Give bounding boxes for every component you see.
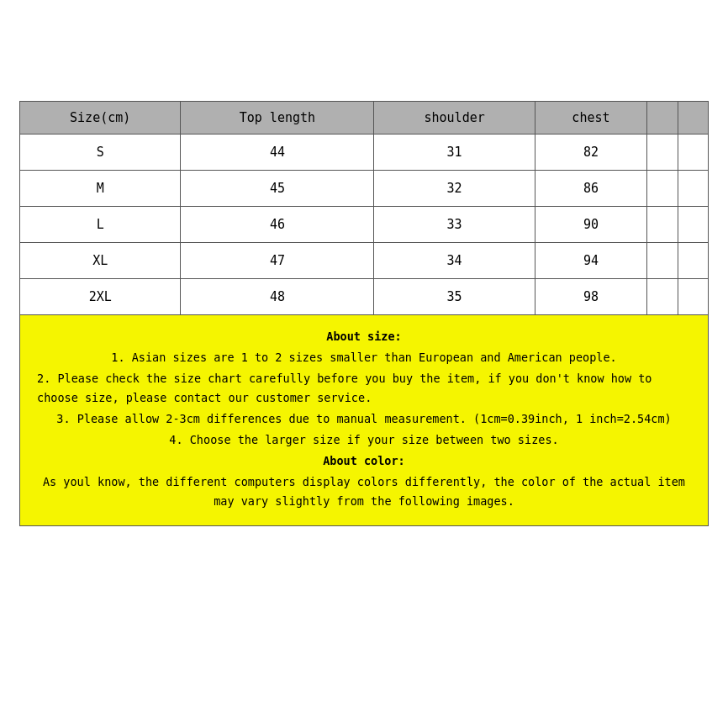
notes-line1: 1. Asian sizes are 1 to 2 sizes smaller … (37, 348, 691, 367)
table-cell: 82 (535, 135, 646, 171)
about-color-title: About color: (37, 451, 691, 471)
table-cell: L (20, 207, 181, 243)
table-cell (647, 135, 678, 171)
table-cell (678, 243, 708, 279)
header-col5 (647, 102, 678, 135)
table-row: M453286 (20, 171, 709, 207)
notes-line5: As youl know, the different computers di… (37, 472, 691, 511)
table-cell: 98 (535, 279, 646, 315)
header-top-length: Top length (181, 102, 374, 135)
table-cell: 2XL (20, 279, 181, 315)
table-header-row: Size(cm) Top length shoulder chest (20, 102, 709, 135)
table-row: L463390 (20, 207, 709, 243)
table-cell: 86 (535, 171, 646, 207)
table-cell: 90 (535, 207, 646, 243)
header-shoulder: shoulder (374, 102, 535, 135)
table-cell (647, 279, 678, 315)
header-col6 (678, 102, 708, 135)
table-cell (678, 279, 708, 315)
size-table: Size(cm) Top length shoulder chest S4431… (19, 101, 709, 315)
table-cell: 31 (374, 135, 535, 171)
table-row: XL473494 (20, 243, 709, 279)
table-cell: 44 (181, 135, 374, 171)
size-chart-container: Size(cm) Top length shoulder chest S4431… (19, 101, 709, 315)
table-cell (678, 171, 708, 207)
notes-line4: 4. Choose the larger size if your size b… (37, 430, 691, 450)
table-row: 2XL483598 (20, 279, 709, 315)
table-cell: 33 (374, 207, 535, 243)
notes-line3: 3. Please allow 2-3cm differences due to… (37, 409, 691, 429)
table-cell: 94 (535, 243, 646, 279)
table-cell: 47 (181, 243, 374, 279)
table-cell: 46 (181, 207, 374, 243)
header-size: Size(cm) (20, 102, 181, 135)
table-cell (647, 243, 678, 279)
table-cell: XL (20, 243, 181, 279)
table-cell: 32 (374, 171, 535, 207)
table-cell (647, 207, 678, 243)
table-cell: 35 (374, 279, 535, 315)
notes-line2: 2. Please check the size chart carefully… (37, 369, 691, 408)
about-size-title: About size: (37, 327, 691, 346)
table-cell (678, 135, 708, 171)
table-cell: 45 (181, 171, 374, 207)
table-cell: S (20, 135, 181, 171)
table-cell: 48 (181, 279, 374, 315)
notes-section: About size: 1. Asian sizes are 1 to 2 si… (19, 315, 709, 526)
table-row: S443182 (20, 135, 709, 171)
table-cell: M (20, 171, 181, 207)
header-chest: chest (535, 102, 646, 135)
table-cell (647, 171, 678, 207)
table-cell: 34 (374, 243, 535, 279)
table-cell (678, 207, 708, 243)
